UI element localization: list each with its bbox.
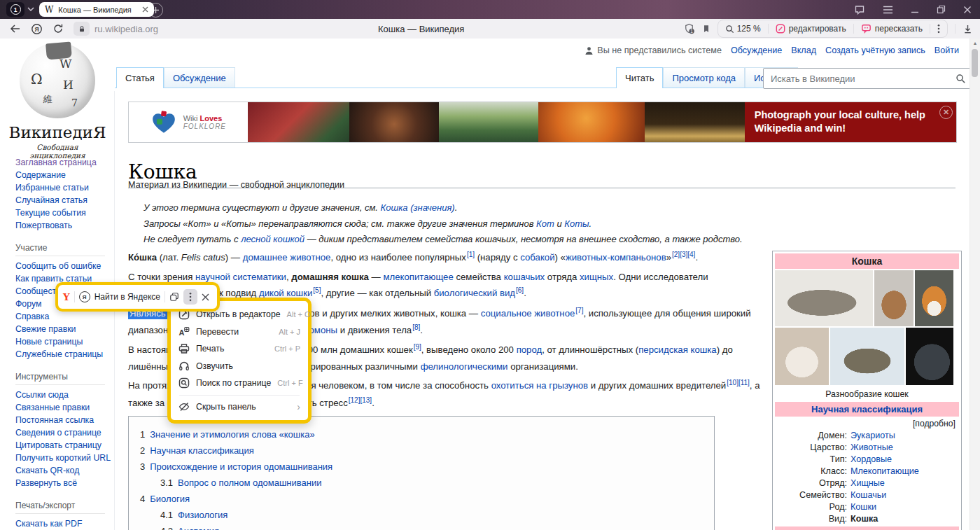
restore-icon[interactable] bbox=[937, 5, 946, 14]
sidebar-item[interactable]: Содержание bbox=[15, 169, 113, 181]
wikipedia-logo[interactable]: Ω W И 7 維 ВикипедиЯ Свободная энциклопед… bbox=[8, 43, 106, 160]
find-in-yandex-button[interactable]: Найти в Яндексе bbox=[94, 292, 160, 302]
ref-link[interactable]: [7] bbox=[575, 307, 583, 314]
scrollbar-thumb[interactable] bbox=[972, 49, 978, 77]
toc-link[interactable]: Вопрос о полном одомашнивании bbox=[178, 475, 321, 491]
menu-item[interactable]: Скрыть панель› bbox=[171, 398, 308, 416]
toc-item[interactable]: 4Биология bbox=[140, 491, 714, 507]
page-tab[interactable]: Читать bbox=[616, 67, 663, 88]
article-link[interactable]: домашнее животное bbox=[243, 252, 331, 263]
menu-hamburger-icon[interactable] bbox=[883, 6, 893, 14]
sidebar-item[interactable]: Постоянная ссылка bbox=[15, 414, 113, 426]
copy-icon[interactable] bbox=[169, 292, 179, 302]
toc-item[interactable]: 1Значение и этимология слова «кошка» bbox=[140, 426, 714, 442]
toc-link[interactable]: Биология bbox=[150, 491, 190, 507]
reload-button[interactable] bbox=[52, 23, 64, 34]
sidebar-item[interactable]: Свежие правки bbox=[15, 323, 113, 335]
toolbar-more-button[interactable] bbox=[183, 289, 197, 305]
ref-link[interactable]: [9] bbox=[414, 343, 421, 351]
sidebar-item[interactable]: Цитировать страницу bbox=[15, 439, 113, 452]
sidebar-item[interactable]: Скачать QR-код bbox=[15, 464, 113, 477]
page-tab[interactable]: Обсуждение bbox=[164, 67, 235, 88]
taxonomy-value[interactable]: Животные bbox=[850, 442, 959, 454]
menu-item[interactable]: Поиск по страницеCtrl + F bbox=[171, 375, 308, 392]
more-options-icon[interactable] bbox=[937, 24, 940, 34]
article-link[interactable]: животных-компаньонов bbox=[566, 252, 666, 263]
sidebar-item[interactable]: Сообщить об ошибке bbox=[15, 260, 113, 272]
menu-item[interactable]: АПеревестиAlt + J bbox=[171, 323, 308, 341]
article-link[interactable]: собакой bbox=[520, 252, 554, 263]
toc-link[interactable]: Значение и этимология слова «кошка» bbox=[150, 426, 314, 442]
url-field[interactable]: ru.wikipedia.org bbox=[74, 22, 158, 36]
edit-button[interactable]: редактировать bbox=[776, 24, 846, 34]
personal-link[interactable]: Обсуждение bbox=[731, 46, 782, 55]
toc-item[interactable]: 3.1Вопрос о полном одомашнивании bbox=[140, 475, 714, 491]
bookmark-icon[interactable] bbox=[702, 24, 710, 34]
article-link[interactable]: фелинологическими bbox=[421, 361, 508, 372]
ref-link[interactable]: [5] bbox=[313, 286, 321, 294]
taxonomy-value[interactable]: Кошачьи bbox=[850, 489, 959, 501]
downloads-icon[interactable] bbox=[962, 24, 973, 34]
ref-link[interactable]: [2][3][4] bbox=[672, 251, 695, 258]
article-link[interactable]: млекопитающее bbox=[383, 272, 453, 282]
protect-icon[interactable]: 1 bbox=[683, 23, 695, 34]
toc-item[interactable]: 2Научная классификация bbox=[140, 442, 714, 459]
retell-button[interactable]: пересказать bbox=[861, 24, 923, 34]
taxonomy-value[interactable]: Млекопитающие bbox=[850, 466, 959, 477]
article-link[interactable]: биологический вид bbox=[434, 288, 515, 298]
toc-item[interactable]: 4.2Анатомия bbox=[140, 523, 714, 530]
search-input[interactable] bbox=[769, 73, 955, 85]
sidebar-item[interactable]: Ссылки сюда bbox=[15, 389, 113, 401]
article-link[interactable]: социальное животное bbox=[481, 308, 575, 319]
toc-item[interactable]: 3Происхождение и история одомашнивания bbox=[140, 459, 714, 475]
taxonomy-value[interactable]: Эукариоты bbox=[850, 430, 959, 442]
article-link[interactable]: лесной кошкой bbox=[241, 234, 304, 244]
detail-link[interactable]: [подробно] bbox=[775, 417, 959, 429]
article-link[interactable]: научной систематики bbox=[195, 272, 286, 282]
banner-close-icon[interactable]: ✕ bbox=[939, 106, 953, 119]
classification-header[interactable]: Научная классификация bbox=[775, 402, 959, 417]
ref-link[interactable]: [1] bbox=[467, 251, 475, 258]
personal-link[interactable]: Вклад bbox=[791, 46, 816, 55]
ref-link[interactable]: [8] bbox=[412, 323, 420, 331]
toc-link[interactable]: Научная классификация bbox=[150, 442, 254, 459]
search-icon[interactable] bbox=[955, 74, 966, 84]
personal-link[interactable]: Войти bbox=[934, 46, 959, 55]
article-link[interactable]: Кот bbox=[536, 218, 554, 229]
sidebar-item[interactable]: Служебные страницы bbox=[15, 348, 113, 361]
article-link[interactable]: хищных bbox=[580, 272, 613, 282]
sidebar-item[interactable]: Новые страницы bbox=[15, 335, 113, 348]
sidebar-item[interactable]: Получить короткий URL bbox=[15, 452, 113, 464]
sidebar-item[interactable]: Сведения о странице bbox=[15, 426, 113, 439]
sidebar-item[interactable]: Заглавная страница bbox=[15, 156, 113, 169]
sidebar-item[interactable]: Связанные правки bbox=[15, 401, 113, 414]
back-button[interactable] bbox=[10, 24, 21, 34]
article-link[interactable]: кошачьих bbox=[504, 272, 545, 282]
browser-tab[interactable]: W Кошка — Википедия bbox=[39, 2, 154, 17]
menu-item[interactable]: ПечатьCtrl + P bbox=[171, 340, 308, 358]
lock-icon[interactable] bbox=[74, 22, 90, 36]
taxonomy-value[interactable]: Хищные bbox=[850, 477, 959, 489]
article-link[interactable]: охотиться на грызунов bbox=[491, 380, 588, 391]
toc-link[interactable]: Физиология bbox=[178, 507, 227, 523]
sidebar-item[interactable]: Случайная статья bbox=[15, 194, 113, 207]
sidebar-item[interactable]: Скачать как PDF bbox=[15, 517, 113, 530]
sidebar-item[interactable]: Развернуть всё bbox=[15, 477, 113, 489]
article-link[interactable]: персидская кошка bbox=[638, 344, 716, 355]
article-link[interactable]: Кошка (значения) bbox=[381, 202, 455, 213]
banner-message[interactable]: Photograph your local culture, help Wiki… bbox=[745, 102, 956, 142]
wiki-loves-folklore-banner[interactable]: Wiki Loves FOLKLORE Photograph your loca… bbox=[128, 102, 957, 143]
menu-item[interactable]: Озвучить bbox=[171, 358, 308, 375]
taxonomy-value[interactable]: Хордовые bbox=[850, 454, 959, 466]
article-link[interactable]: Коты bbox=[564, 218, 589, 229]
new-tab-button[interactable] bbox=[148, 3, 163, 18]
sidebar-item[interactable]: Справка bbox=[15, 310, 113, 323]
minimize-icon[interactable] bbox=[911, 6, 919, 14]
ref-link[interactable]: [6] bbox=[516, 286, 524, 294]
page-scrollbar[interactable]: ▲ bbox=[969, 39, 980, 530]
tab-close-icon[interactable] bbox=[142, 6, 148, 13]
personal-link[interactable]: Создать учётную запись bbox=[825, 46, 925, 55]
taxonomy-value[interactable]: Кошки bbox=[850, 501, 959, 513]
sidebar-item[interactable]: Текущие события bbox=[15, 207, 113, 219]
article-link[interactable]: пород bbox=[517, 344, 542, 355]
